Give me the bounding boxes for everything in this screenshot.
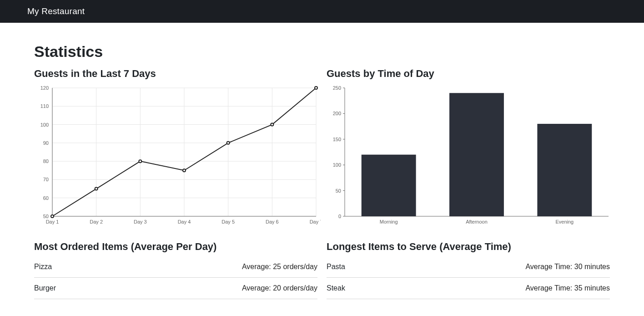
- svg-text:Morning: Morning: [380, 219, 398, 224]
- item-metric: Average Time: 30 minutes: [525, 263, 610, 271]
- svg-text:0: 0: [338, 214, 341, 219]
- svg-text:Day 6: Day 6: [266, 219, 279, 224]
- svg-text:200: 200: [333, 111, 341, 116]
- guests-tod-col: Guests by Time of Day 050100150200250Mor…: [327, 63, 610, 229]
- guests-tod-svg: 050100150200250MorningAfternoonEvening: [327, 83, 613, 229]
- item-metric: Average Time: 35 minutes: [525, 284, 610, 292]
- guests7-chart: 5060708090100110120Day 1Day 2Day 3Day 4D…: [34, 83, 317, 229]
- svg-rect-53: [362, 155, 416, 216]
- svg-point-32: [51, 215, 54, 218]
- item-metric: Average: 20 orders/day: [242, 284, 317, 292]
- svg-text:250: 250: [333, 85, 341, 91]
- list-item: Pizza Average: 25 orders/day: [34, 256, 317, 278]
- svg-text:50: 50: [43, 214, 49, 219]
- svg-point-34: [139, 160, 141, 163]
- svg-text:80: 80: [43, 158, 49, 164]
- svg-text:120: 120: [40, 85, 49, 91]
- charts-row: Guests in the Last 7 Days 50607080901001…: [34, 63, 610, 229]
- item-name: Burger: [34, 284, 56, 292]
- svg-text:100: 100: [333, 162, 341, 168]
- list-item: Burger Average: 20 orders/day: [34, 278, 317, 299]
- svg-point-33: [95, 188, 98, 190]
- page-title: Statistics: [34, 43, 610, 61]
- item-name: Pizza: [34, 263, 52, 271]
- svg-text:150: 150: [333, 137, 341, 142]
- guests7-col: Guests in the Last 7 Days 50607080901001…: [34, 63, 317, 229]
- svg-point-38: [315, 87, 317, 89]
- svg-text:Day 5: Day 5: [221, 219, 235, 224]
- svg-text:Afternoon: Afternoon: [466, 219, 488, 224]
- item-name: Pasta: [327, 263, 345, 271]
- lists-row: Most Ordered Items (Average Per Day) Piz…: [34, 236, 610, 299]
- svg-point-36: [227, 142, 230, 144]
- navbar: My Restaurant: [0, 0, 644, 23]
- list-item: Steak Average Time: 35 minutes: [327, 278, 610, 299]
- longest-col: Longest Items to Serve (Average Time) Pa…: [327, 236, 610, 299]
- svg-text:Day 1: Day 1: [46, 219, 59, 224]
- svg-text:50: 50: [336, 188, 341, 194]
- guests-tod-chart: 050100150200250MorningAfternoonEvening: [327, 83, 610, 229]
- svg-point-37: [271, 123, 273, 126]
- svg-rect-55: [449, 93, 504, 216]
- svg-text:Day 7: Day 7: [310, 219, 321, 224]
- svg-text:70: 70: [43, 177, 49, 182]
- item-metric: Average: 25 orders/day: [242, 263, 317, 271]
- svg-text:110: 110: [40, 103, 49, 109]
- most-ordered-col: Most Ordered Items (Average Per Day) Piz…: [34, 236, 317, 299]
- main-container: Statistics Guests in the Last 7 Days 506…: [29, 23, 615, 316]
- svg-text:Evening: Evening: [555, 219, 574, 224]
- svg-text:100: 100: [40, 122, 49, 127]
- guests-tod-title: Guests by Time of Day: [327, 68, 610, 80]
- svg-text:60: 60: [43, 195, 49, 201]
- svg-point-35: [183, 169, 186, 172]
- most-ordered-title: Most Ordered Items (Average Per Day): [34, 241, 317, 253]
- list-item: Pasta Average Time: 30 minutes: [327, 256, 610, 278]
- svg-text:90: 90: [43, 140, 49, 146]
- item-name: Steak: [327, 284, 345, 292]
- svg-text:Day 3: Day 3: [134, 219, 147, 224]
- svg-text:Day 4: Day 4: [178, 219, 191, 224]
- brand-title[interactable]: My Restaurant: [27, 6, 85, 16]
- guests7-svg: 5060708090100110120Day 1Day 2Day 3Day 4D…: [34, 83, 321, 229]
- guests7-title: Guests in the Last 7 Days: [34, 68, 317, 80]
- longest-title: Longest Items to Serve (Average Time): [327, 241, 610, 253]
- svg-rect-57: [537, 124, 592, 216]
- svg-text:Day 2: Day 2: [90, 219, 103, 224]
